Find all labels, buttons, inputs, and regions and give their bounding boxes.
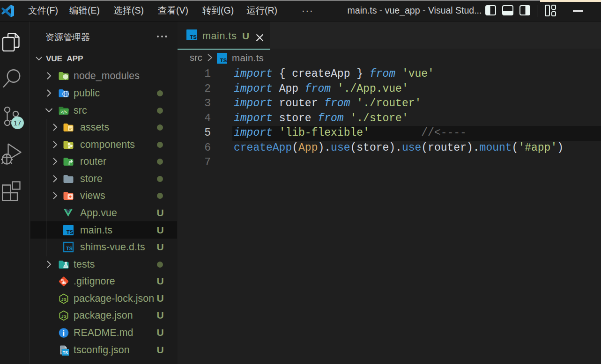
svg-text:TS: TS — [67, 229, 74, 235]
svg-text:JS: JS — [61, 296, 67, 301]
svg-text:TS: TS — [63, 350, 68, 355]
svg-text:</>: </> — [61, 109, 67, 114]
svg-text:TS: TS — [66, 246, 72, 251]
svg-text:TS: TS — [220, 58, 227, 63]
svg-text:JS: JS — [61, 313, 67, 319]
svg-text:TS: TS — [190, 34, 197, 40]
